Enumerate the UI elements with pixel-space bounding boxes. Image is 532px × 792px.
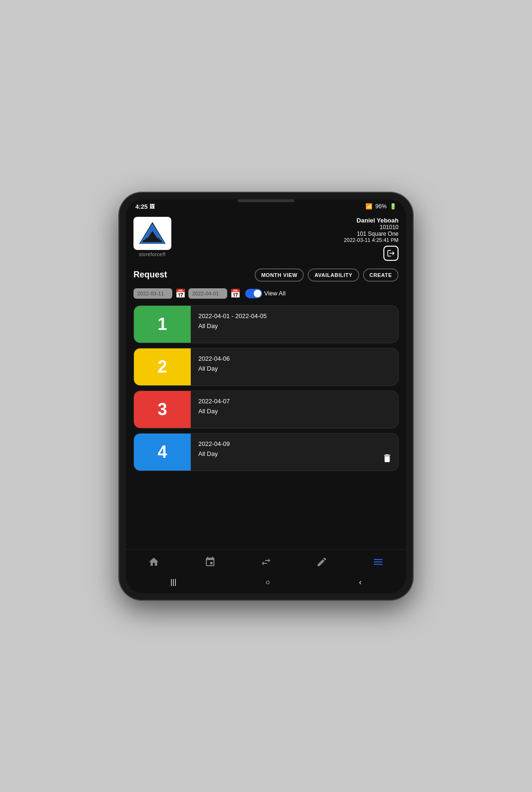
wifi-icon: 📶 [365, 203, 372, 210]
card-time: All Day [198, 322, 390, 329]
user-id: 101010 [344, 224, 399, 231]
swap-nav[interactable] [255, 554, 277, 570]
home-nav[interactable] [142, 554, 165, 570]
card-time: All Day [198, 365, 390, 372]
toggle-container: View All [245, 289, 285, 298]
card-number: 3 [134, 391, 191, 428]
battery-display: 96% [375, 203, 387, 210]
user-store: 101 Square One [344, 231, 399, 237]
availability-button[interactable]: AVAILABILITY [308, 268, 359, 282]
delete-button[interactable] [382, 453, 392, 466]
end-calendar-icon[interactable]: 📅 [230, 288, 240, 299]
user-name: Daniel Yeboah [344, 217, 399, 224]
request-card[interactable]: 32022-04-07All Day [133, 391, 399, 428]
device-frame: 4:25 🖼 📶 96% 🔋 [119, 193, 413, 600]
card-number: 1 [134, 306, 191, 343]
card-date: 2022-04-07 [198, 398, 390, 405]
time-display: 4:25 [135, 203, 148, 210]
user-datetime: 2022-03-11 4:25:41 PM [344, 237, 399, 243]
end-date-input[interactable] [188, 288, 227, 299]
toolbar: Request MONTH VIEW AVAILABILITY CREATE [126, 265, 406, 285]
card-time: All Day [198, 450, 390, 457]
card-time: All Day [198, 408, 390, 415]
battery-icon: 🔋 [390, 203, 397, 210]
create-button[interactable]: CREATE [363, 268, 399, 282]
logout-icon [387, 249, 395, 258]
card-number: 4 [134, 434, 191, 471]
start-calendar-icon[interactable]: 📅 [175, 288, 186, 299]
status-time: 4:25 🖼 [135, 203, 155, 210]
logout-button[interactable] [383, 246, 399, 261]
card-date: 2022-04-09 [198, 440, 390, 447]
card-info: 2022-04-07All Day [191, 391, 398, 428]
logout-button-container [344, 246, 399, 261]
bottom-nav [126, 549, 406, 572]
request-card[interactable]: 42022-04-09All Day [133, 433, 399, 471]
device-screen: 4:25 🖼 📶 96% 🔋 [126, 199, 406, 593]
page-title: Request [133, 270, 167, 280]
card-info: 2022-04-09All Day [191, 434, 398, 471]
app-header: storeforce® Daniel Yeboah 101010 101 Squ… [126, 212, 406, 265]
user-info: Daniel Yeboah 101010 101 Square One 2022… [344, 217, 399, 243]
start-date-input[interactable] [133, 288, 172, 299]
request-card[interactable]: 12022-04-01 - 2022-04-05All Day [133, 305, 399, 343]
android-nav: ||| ○ ‹ [126, 572, 406, 593]
home-button[interactable]: ○ [256, 576, 280, 588]
logo-container: storeforce® [133, 217, 171, 257]
card-number: 2 [134, 348, 191, 385]
back-button[interactable]: ‹ [350, 576, 371, 588]
status-icons: 📶 96% 🔋 [365, 203, 397, 210]
month-view-button[interactable]: MONTH VIEW [255, 268, 304, 282]
recents-button[interactable]: ||| [161, 576, 186, 588]
card-date: 2022-04-01 - 2022-04-05 [198, 312, 390, 320]
logo-box [133, 217, 171, 250]
logo-label: storeforce® [139, 252, 166, 257]
app-content: storeforce® Daniel Yeboah 101010 101 Squ… [126, 212, 406, 549]
menu-nav[interactable] [367, 554, 390, 570]
view-all-toggle[interactable] [245, 289, 262, 298]
card-info: 2022-04-06All Day [191, 348, 398, 385]
edit-nav[interactable] [310, 554, 333, 570]
date-filter: 📅 📅 View All [126, 285, 406, 302]
user-info-panel: Daniel Yeboah 101010 101 Square One 2022… [344, 217, 399, 261]
logo-svg [137, 220, 168, 247]
request-list: 12022-04-01 - 2022-04-05All Day22022-04-… [126, 302, 406, 549]
device-notch [238, 199, 294, 202]
view-all-label: View All [264, 290, 285, 297]
photo-icon: 🖼 [150, 204, 155, 209]
card-info: 2022-04-01 - 2022-04-05All Day [191, 306, 398, 343]
card-date: 2022-04-06 [198, 355, 390, 362]
toolbar-buttons: MONTH VIEW AVAILABILITY CREATE [255, 268, 399, 282]
schedule-nav[interactable] [199, 554, 222, 570]
request-card[interactable]: 22022-04-06All Day [133, 348, 399, 386]
